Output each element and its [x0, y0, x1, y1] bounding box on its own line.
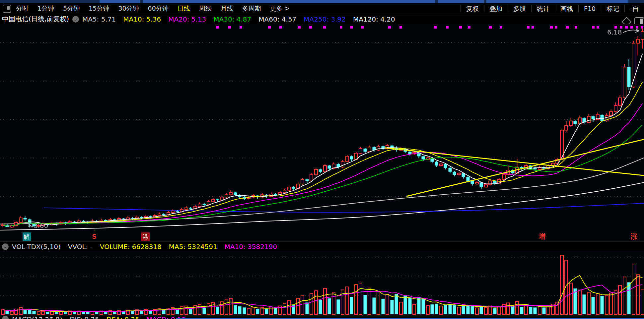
menu-item-1[interactable]: 1分钟: [37, 4, 54, 13]
event-marker-港[interactable]: 港: [141, 232, 150, 241]
ma-label-ma20: MA20: 5.13: [168, 15, 206, 23]
event-marker-涨[interactable]: 涨: [630, 232, 638, 241]
toolbar-item-7[interactable]: -自: [624, 5, 644, 12]
macd-indicator-title: MACD(12,26,9): [12, 315, 62, 319]
menu-item-10[interactable]: 更多 >: [270, 4, 290, 13]
menu-item-6[interactable]: 日线: [178, 4, 190, 13]
event-marker-增[interactable]: 增: [538, 232, 546, 241]
tools-menu: 复权叠加多股统计画线F10标记-自: [461, 3, 644, 14]
ma-label-ma120: MA120: 4.20: [353, 15, 395, 23]
menu-item-9[interactable]: 多周期: [242, 4, 261, 13]
ma-label-ma30: MA30: 4.87: [213, 15, 251, 23]
volume-indicator-title: VOL-TDX(5,10): [12, 243, 61, 251]
ma-label-ma60: MA60: 4.57: [258, 15, 296, 23]
collapse-volume-chevron-icon[interactable]: ⌄: [2, 243, 9, 250]
dea-label: DEA: 0.25: [107, 315, 139, 319]
price-low-label: ←3.60: [28, 222, 48, 230]
collapse-macd-chevron-icon[interactable]: ⌄: [2, 316, 9, 319]
price-high-label: 6.18: [607, 28, 622, 36]
volume-ma10-label: MA10: 3582190: [225, 243, 277, 251]
ma-label-ma5: MA5: 5.71: [82, 15, 116, 23]
volume-value-label: VOLUME: 6628318: [100, 243, 162, 251]
dif-label: DIF: 0.25: [70, 315, 99, 319]
menu-item-4[interactable]: 30分钟: [118, 4, 139, 13]
toolbar-item-5[interactable]: F10: [578, 5, 601, 12]
ma-label-ma10: MA10: 5.36: [123, 15, 161, 23]
volume-chart-canvas[interactable]: [0, 251, 644, 315]
toolbar-item-4[interactable]: 画线: [555, 5, 578, 12]
chart-header: 中国电信(日线,前复权) ⌄ MA5: 5.71MA10: 5.36MA20: …: [0, 14, 644, 24]
ma-legend: MA5: 5.71MA10: 5.36MA20: 5.13MA30: 4.87M…: [82, 15, 395, 23]
titlebar-segment: [100, 0, 140, 3]
volume-header: ⌄ VOL-TDX(5,10) VVOL: - VOLUME: 6628318 …: [0, 242, 644, 251]
toolbar-item-2[interactable]: 多股: [508, 5, 531, 12]
titlebar-segment: [486, 0, 628, 3]
vvol-label: VVOL: -: [68, 243, 93, 251]
pane-divider[interactable]: [0, 241, 644, 241]
volume-pane: [0, 251, 644, 315]
bottom-pane-highlight: [176, 318, 644, 319]
period-menu: 分时1分钟5分钟15分钟30分钟60分钟日线周线月线多周期更多 >: [16, 4, 290, 13]
window-titlebar-sliver: [0, 0, 644, 3]
menu-item-7[interactable]: 周线: [199, 4, 212, 13]
titlebar-segment: [438, 0, 484, 3]
event-marker-解[interactable]: 解: [23, 232, 31, 241]
stock-title: 中国电信(日线,前复权): [2, 15, 69, 24]
main-chart-canvas[interactable]: [0, 24, 644, 241]
app-menubar: 分时1分钟5分钟15分钟30分钟60分钟日线周线月线多周期更多 > 复权叠加多股…: [0, 3, 644, 14]
toolbar-item-1[interactable]: 叠加: [484, 5, 508, 12]
toolbar-item-3[interactable]: 统计: [531, 5, 555, 12]
window-layout-icon[interactable]: [3, 5, 11, 13]
collapse-main-chevron-icon[interactable]: ⌄: [72, 16, 79, 23]
main-chart-pane: 6.18 ←3.60 解S港增涨: [0, 24, 644, 241]
menu-item-0[interactable]: 分时: [16, 4, 29, 13]
titlebar-segment: [143, 0, 435, 3]
menu-item-3[interactable]: 15分钟: [89, 4, 109, 13]
toolbar-item-6[interactable]: 标记: [601, 5, 624, 12]
menu-item-2[interactable]: 5分钟: [63, 4, 80, 13]
volume-ma5-label: MA5: 5324591: [169, 243, 217, 251]
ma-label-ma250: MA250: 3.92: [304, 15, 346, 23]
event-marker-S[interactable]: S: [90, 232, 99, 241]
menu-item-8[interactable]: 月线: [221, 4, 233, 13]
toolbar-item-0[interactable]: 复权: [461, 5, 484, 12]
menu-item-5[interactable]: 60分钟: [148, 4, 169, 13]
